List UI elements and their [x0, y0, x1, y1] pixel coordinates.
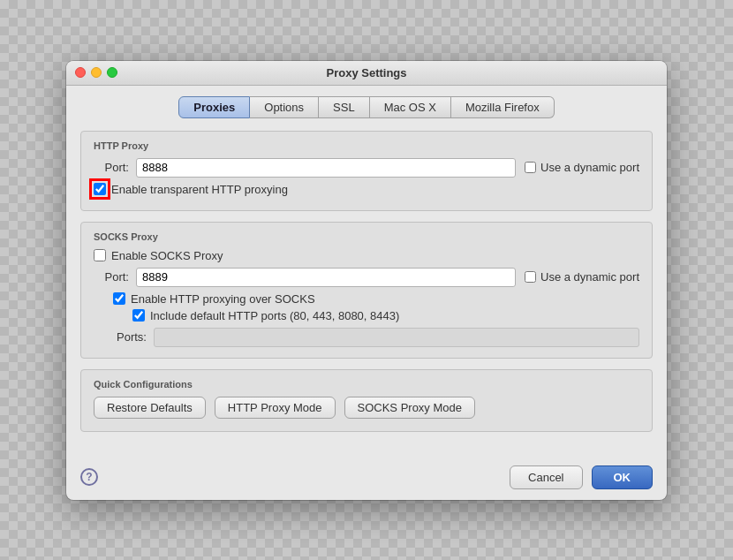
tab-bar: Proxies Options SSL Mac OS X Mozilla Fir…: [80, 96, 653, 118]
maximize-button[interactable]: [107, 67, 117, 78]
http-dynamic-port-label[interactable]: Use a dynamic port: [525, 161, 639, 174]
cancel-button[interactable]: Cancel: [510, 465, 582, 489]
http-port-row: Port: Use a dynamic port: [94, 158, 639, 178]
http-proxy-mode-button[interactable]: HTTP Proxy Mode: [215, 397, 336, 419]
minimize-button[interactable]: [91, 67, 102, 78]
proxy-settings-window: Proxy Settings Proxies Options SSL Mac O…: [66, 61, 667, 500]
http-proxy-label: HTTP Proxy: [94, 140, 639, 151]
socks-ports-input[interactable]: [154, 328, 639, 347]
quick-config-label: Quick Configurations: [94, 379, 639, 390]
http-port-input[interactable]: [136, 158, 516, 178]
socks-proxy-label: SOCKS Proxy: [94, 231, 639, 242]
footer-action-buttons: Cancel OK: [510, 465, 653, 489]
quick-config-buttons: Restore Defaults HTTP Proxy Mode SOCKS P…: [94, 397, 639, 419]
http-dynamic-port-checkbox[interactable]: [525, 162, 536, 173]
tab-proxies[interactable]: Proxies: [178, 96, 250, 118]
enable-http-over-socks-checkbox[interactable]: [113, 292, 125, 305]
http-proxy-section: HTTP Proxy Port: Use a dynamic port Enab…: [80, 131, 653, 211]
help-button[interactable]: ?: [80, 468, 98, 486]
enable-http-over-socks-label: Enable HTTP proxying over SOCKS: [131, 292, 315, 306]
quick-config-section: Quick Configurations Restore Defaults HT…: [80, 369, 653, 432]
footer: ? Cancel OK: [66, 458, 667, 500]
enable-http-over-socks-row: Enable HTTP proxying over SOCKS: [113, 292, 639, 306]
enable-transparent-row: Enable transparent HTTP proxying: [94, 183, 639, 196]
socks-dynamic-port-checkbox[interactable]: [525, 271, 536, 283]
tab-options[interactable]: Options: [250, 96, 319, 118]
window-title: Proxy Settings: [326, 66, 406, 79]
title-bar: Proxy Settings: [66, 61, 667, 86]
traffic-lights: [75, 67, 117, 78]
tab-macosx[interactable]: Mac OS X: [370, 96, 451, 118]
tab-ssl[interactable]: SSL: [319, 96, 370, 118]
enable-socks-row: Enable SOCKS Proxy: [94, 249, 639, 262]
socks-ports-row: Ports:: [113, 328, 639, 347]
socks-proxy-mode-button[interactable]: SOCKS Proxy Mode: [344, 397, 476, 419]
enable-transparent-label: Enable transparent HTTP proxying: [111, 183, 288, 196]
include-default-ports-row: Include default HTTP ports (80, 443, 808…: [132, 309, 639, 322]
socks-ports-label: Ports:: [113, 330, 147, 344]
include-default-ports-checkbox[interactable]: [132, 309, 145, 322]
http-port-label: Port:: [94, 161, 129, 174]
window-body: Proxies Options SSL Mac OS X Mozilla Fir…: [66, 86, 667, 458]
enable-socks-checkbox[interactable]: [94, 249, 106, 261]
close-button[interactable]: [75, 67, 86, 78]
enable-socks-label: Enable SOCKS Proxy: [111, 249, 223, 262]
socks-dynamic-port-label[interactable]: Use a dynamic port: [525, 270, 639, 284]
tab-firefox[interactable]: Mozilla Firefox: [451, 96, 555, 118]
restore-defaults-button[interactable]: Restore Defaults: [94, 397, 206, 419]
include-default-ports-label: Include default HTTP ports (80, 443, 808…: [150, 309, 399, 322]
enable-transparent-checkbox[interactable]: [94, 183, 106, 195]
socks-port-input[interactable]: [136, 268, 516, 287]
socks-port-label: Port:: [94, 270, 129, 284]
socks-port-row: Port: Use a dynamic port: [94, 268, 639, 287]
ok-button[interactable]: OK: [592, 465, 654, 489]
socks-proxy-section: SOCKS Proxy Enable SOCKS Proxy Port: Use…: [80, 222, 653, 359]
